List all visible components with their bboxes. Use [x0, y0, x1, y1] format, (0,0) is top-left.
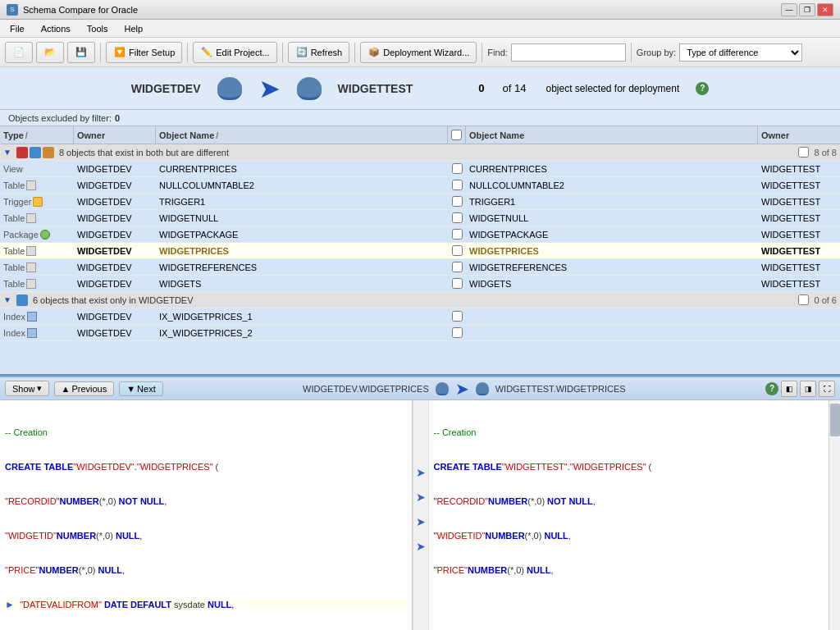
save-button[interactable]: 💾	[67, 42, 95, 63]
row-owner-right: WIDGETTEST	[758, 163, 840, 175]
row-type: Package	[0, 229, 74, 240]
compare-action-icons: ? ◧ ◨ ⛶	[765, 381, 835, 397]
group-2-collapse-icon[interactable]: ▼	[3, 295, 11, 304]
menu-help[interactable]: Help	[118, 22, 150, 35]
col-type[interactable]: Type /	[0, 126, 74, 144]
sync-left-icon[interactable]: ◧	[781, 381, 797, 397]
row-checkbox[interactable]	[452, 229, 463, 240]
table-row: Table WIDGETDEV WIDGETREFERENCES WIDGETR…	[0, 259, 840, 276]
edit-project-button[interactable]: ✏️ Edit Project...	[193, 42, 276, 63]
row-object-right: WIDGETNULL	[466, 212, 758, 224]
code-line: "PRICE" NUMBER(*,0) NULL,	[5, 564, 407, 576]
row-object-left: IX_WIDGETPRICES_1	[156, 311, 448, 322]
code-line-highlighted: ► "DATEVALIDFROM" DATE DEFAULT sysdate N…	[5, 599, 407, 610]
compare-toolbar: Show ▾ ▲ Previous ▼ Next WIDGETDEV.WIDGE…	[0, 376, 840, 400]
restore-button[interactable]: ❐	[799, 3, 815, 16]
col-owner-left[interactable]: Owner	[74, 126, 156, 144]
row-checkbox[interactable]	[452, 163, 463, 174]
row-owner-left: WIDGETDEV	[74, 163, 156, 175]
row-owner-right	[758, 316, 840, 317]
row-checkbox[interactable]	[452, 311, 463, 322]
find-input[interactable]	[511, 43, 626, 62]
help-icon[interactable]: ?	[696, 82, 709, 95]
group-1-collapse-icon[interactable]: ▼	[3, 148, 11, 157]
new-button[interactable]: 📄	[5, 42, 33, 63]
open-button[interactable]: 📂	[36, 42, 64, 63]
right-code-panel: -- Creation CREATE TABLE "WIDGETTEST"."W…	[429, 400, 841, 630]
row-checkbox[interactable]	[452, 196, 463, 207]
menu-bar: File Actions Tools Help	[0, 20, 840, 38]
left-code-scroll[interactable]: -- Creation CREATE TABLE "WIDGETDEV"."WI…	[0, 400, 412, 630]
menu-tools[interactable]: Tools	[80, 22, 115, 35]
row-checkbox[interactable]	[452, 278, 463, 289]
row-checkbox[interactable]	[452, 245, 463, 256]
col-object-name-right[interactable]: Object Name	[466, 126, 758, 144]
menu-file[interactable]: File	[3, 22, 31, 35]
filter-setup-button[interactable]: 🔽 Filter Setup	[106, 42, 182, 63]
group-2-label: 6 objects that exist only in WIDGETDEV	[33, 295, 194, 305]
row-type: Table	[0, 278, 74, 290]
right-path-label: WIDGETTEST.WIDGETPRICES	[495, 384, 626, 394]
row-checkbox[interactable]	[452, 262, 463, 272]
table-row-selected[interactable]: Table WIDGETDEV WIDGETPRICES WIDGETPRICE…	[0, 243, 840, 259]
status-label: object selected for deployment	[546, 83, 679, 94]
separator-6	[631, 43, 632, 62]
expand-icon[interactable]: ⛶	[819, 381, 835, 397]
compare-arrow-icon: ➤	[455, 379, 469, 399]
select-all-checkbox[interactable]	[451, 130, 462, 140]
table-row: Package WIDGETDEV WIDGETPACKAGE WIDGETPA…	[0, 226, 840, 243]
row-owner-left: WIDGETDEV	[74, 212, 156, 224]
row-checkbox-cell	[448, 162, 466, 175]
row-checkbox-cell	[448, 195, 466, 208]
group-2-checkbox[interactable]	[798, 294, 809, 305]
deployment-wizard-button[interactable]: 📦 Deployment Wizard...	[360, 42, 477, 63]
right-code-content: -- Creation CREATE TABLE "WIDGETTEST"."W…	[429, 400, 828, 630]
row-checkbox[interactable]	[452, 327, 463, 338]
right-db-label: WIDGETTEST	[338, 82, 413, 95]
row-object-right: CURRENTPRICES	[466, 163, 758, 175]
menu-actions[interactable]: Actions	[34, 22, 77, 35]
code-line: CREATE TABLE "WIDGETTEST"."WIDGETPRICES"…	[434, 461, 823, 472]
refresh-button[interactable]: 🔄 Refresh	[288, 42, 350, 63]
row-checkbox-cell	[448, 212, 466, 224]
next-button[interactable]: ▼ Next	[119, 381, 163, 396]
row-checkbox[interactable]	[452, 180, 463, 190]
separator-1	[100, 43, 101, 62]
code-line: "PRICE" NUMBER(*,0) NULL,	[434, 564, 823, 576]
code-line: CREATE TABLE "WIDGETDEV"."WIDGETPRICES" …	[5, 461, 407, 472]
row-type: Table	[0, 212, 74, 224]
code-line: "WIDGETID" NUMBER(*,0) NULL,	[5, 530, 407, 541]
compare-help-icon[interactable]: ?	[765, 382, 778, 395]
left-db-label: WIDGETDEV	[131, 82, 201, 95]
code-line: "RECORDID" NUMBER(*,0) NOT NULL,	[434, 495, 823, 507]
minimize-button[interactable]: —	[781, 3, 797, 16]
show-dropdown-button[interactable]: Show ▾	[5, 381, 49, 396]
col-object-name-left[interactable]: Object Name /	[156, 126, 448, 144]
window-title: Schema Compare for Oracle	[23, 5, 138, 15]
row-owner-left: WIDGETDEV	[74, 180, 156, 191]
row-owner-left: WIDGETDEV	[74, 262, 156, 273]
group-by-select[interactable]: Type of difference	[679, 43, 802, 62]
row-type: Trigger	[0, 196, 74, 208]
row-type: Table	[0, 262, 74, 273]
title-bar: S Schema Compare for Oracle — ❐ ✕	[0, 0, 840, 20]
row-checkbox-cell	[448, 228, 466, 240]
sync-right-icon[interactable]: ◨	[800, 381, 816, 397]
col-owner-right[interactable]: Owner	[758, 126, 840, 144]
diff-arrow-3: ➤	[416, 515, 426, 528]
group-1-checkbox[interactable]	[798, 147, 809, 158]
prev-arrow-icon: ▲	[62, 384, 71, 394]
left-code-content: -- Creation CREATE TABLE "WIDGETDEV"."WI…	[0, 400, 412, 630]
previous-button[interactable]: ▲ Previous	[54, 381, 115, 396]
separator-5	[482, 43, 482, 62]
row-checkbox[interactable]	[452, 212, 463, 223]
row-owner-right: WIDGETTEST	[758, 229, 840, 240]
row-owner-right: WIDGETTEST	[758, 180, 840, 191]
row-object-right	[466, 316, 758, 317]
right-db-icon	[297, 77, 322, 100]
left-code-panel: -- Creation CREATE TABLE "WIDGETDEV"."WI…	[0, 400, 413, 630]
close-button[interactable]: ✕	[817, 3, 833, 16]
row-owner-right	[758, 332, 840, 334]
right-code-scroll[interactable]: -- Creation CREATE TABLE "WIDGETTEST"."W…	[429, 400, 841, 630]
table-row: View WIDGETDEV CURRENTPRICES CURRENTPRIC…	[0, 161, 840, 177]
